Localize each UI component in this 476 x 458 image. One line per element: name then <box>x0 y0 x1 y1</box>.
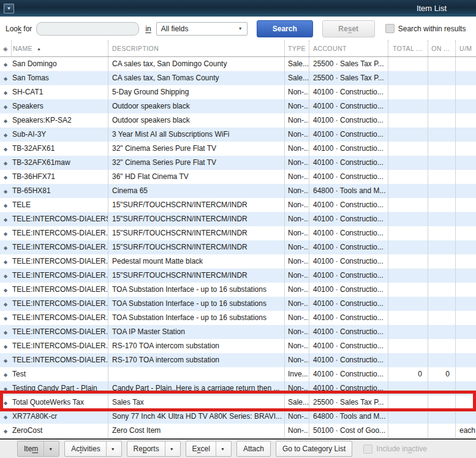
search-within-results-checkbox[interactable] <box>385 24 395 33</box>
table-row[interactable]: ◆ TELE:INTERCOMS-DIALER... Pedestal moun… <box>0 254 476 269</box>
column-header-name[interactable]: NAME▲ <box>11 40 108 57</box>
cell-on <box>428 297 455 311</box>
cell-account: 40100 · Constructio... <box>309 381 388 395</box>
cell-name: TB-32AFX61maw <box>11 156 108 170</box>
table-row[interactable]: ◆ TELE:INTERCOMS-DIALER... RS-170 TOA in… <box>0 353 476 367</box>
diamond-icon: ◆ <box>4 316 7 321</box>
cell-name: SH-CAT1 <box>11 85 108 99</box>
cell-on <box>428 156 455 170</box>
diamond-icon: ◆ <box>4 104 7 110</box>
diamond-icon: ◆ <box>4 76 7 82</box>
cell-type: Non-... <box>284 424 309 438</box>
cell-account: 40100 · Constructio... <box>309 254 388 269</box>
cell-account: 40100 · Constructio... <box>309 170 388 184</box>
cell-total <box>388 212 428 226</box>
cell-description: 15"SURF/TOUCHSCRN/INTERCM/INDR <box>108 198 284 212</box>
column-header-um[interactable]: U/M <box>455 40 476 56</box>
cell-description: Zero Cost Item <box>108 424 284 438</box>
window-menu-icon[interactable]: ▼ <box>4 4 14 13</box>
table-row[interactable]: ◆ TB-32AFX61maw 32" Cinema Series Pure F… <box>0 156 476 170</box>
cell-name: TELE:INTERCOMS-DIALER... <box>11 353 108 367</box>
cell-type: Non-... <box>284 254 309 269</box>
column-header-description[interactable]: DESCRIPTION <box>108 40 284 56</box>
cell-on <box>428 254 455 269</box>
search-input[interactable] <box>36 22 139 36</box>
table-row[interactable]: ◆ SH-CAT1 5-Day Ground Shipping Non-... … <box>0 85 476 99</box>
activities-menu-button[interactable]: Activities ▼ <box>64 441 121 457</box>
cell-description: Sales Tax <box>108 395 284 410</box>
field-dropdown[interactable]: All fields ▼ <box>156 22 247 36</box>
table-body: ◆ San Domingo CA sales tax, San Domingo … <box>0 57 476 438</box>
bottom-toolbar: Item ▼ Activities ▼ Reports ▼ Excel ▼ At… <box>0 438 476 458</box>
chevron-down-icon[interactable]: ▼ <box>44 447 53 451</box>
item-menu-button[interactable]: Item ▼ <box>17 441 59 457</box>
table-row[interactable]: ◆ Testing Candy Part - Plain Candy Part … <box>0 381 476 395</box>
table-row[interactable]: ◆ San Tomas CA sales tax, San Tomas Coun… <box>0 71 476 85</box>
cell-type: Non-... <box>284 283 309 297</box>
table-row[interactable]: ◆ XR77A80K-cr Sony 77 Inch 4K Ultra HD T… <box>0 410 476 424</box>
diamond-icon: ◆ <box>4 259 7 265</box>
excel-menu-button[interactable]: Excel ▼ <box>186 441 232 457</box>
table-row[interactable]: ◆ TELE 15"SURF/TOUCHSCRN/INTERCM/INDR No… <box>0 198 476 212</box>
table-row[interactable]: ◆ Speakers:KP-SA2 Outdoor speakers black… <box>0 113 476 128</box>
diamond-header-icon[interactable]: ◈ <box>0 40 11 57</box>
cell-total: 0 <box>388 367 428 381</box>
table-row[interactable]: ◆ TELE:INTERCOMS-DIALER... RS-170 TOA in… <box>0 339 476 353</box>
table-row[interactable]: ◆ TELE:INTERCOMS-DIALER... TOA Substatio… <box>0 297 476 311</box>
table-row[interactable]: ◆ TELE:INTERCOMS-DIALER... 15"SURF/TOUCH… <box>0 269 476 283</box>
reports-menu-button[interactable]: Reports ▼ <box>127 441 181 457</box>
cell-account: 40100 · Constructio... <box>309 128 388 142</box>
cell-type: Sale... <box>284 57 309 71</box>
column-header-on[interactable]: ON ... <box>428 40 455 56</box>
column-header-total[interactable]: TOTAL ... <box>388 40 428 56</box>
cell-um <box>455 128 476 142</box>
cell-description: TOA Substation Interface - up to 16 subs… <box>108 311 284 325</box>
column-header-account[interactable]: ACCOUNT <box>309 40 388 56</box>
table-row[interactable]: ◆ TB-36HFX71 36" HD Flat Cinema TV Non-.… <box>0 170 476 184</box>
cell-um <box>455 353 476 367</box>
table-row[interactable]: ◆ TELE:INTERCOMS-DIALERS 15"SURF/TOUCHSC… <box>0 212 476 226</box>
cell-account: 40100 · Constructio... <box>309 113 388 128</box>
table-row[interactable]: ◆ TELE:INTERCOMS-DIALER... 15"SURF/TOUCH… <box>0 226 476 240</box>
cell-account: 40100 · Constructio... <box>309 367 388 381</box>
reset-button[interactable]: Reset <box>322 20 375 37</box>
cell-total <box>388 85 428 99</box>
cell-description: RS-170 TOA intercom substation <box>108 339 284 353</box>
table-row[interactable]: ◆ Test Inve... 40100 · Constructio... 0 … <box>0 367 476 381</box>
chevron-down-icon[interactable]: ▼ <box>107 447 115 451</box>
cell-name: TB-65HX81 <box>11 184 108 198</box>
table-row[interactable]: ◆ Speakers Outdoor speakers black Non-..… <box>0 99 476 113</box>
chevron-down-icon[interactable]: ▼ <box>165 447 174 451</box>
cell-total <box>388 269 428 283</box>
cell-name: ZeroCost <box>11 424 108 438</box>
table-row[interactable]: ◆ TELE:INTERCOMS-DIALER... TOA Substatio… <box>0 311 476 325</box>
diamond-icon: ◆ <box>4 175 7 180</box>
table-row[interactable]: ◆ ZeroCost Zero Cost Item Non-... 50100 … <box>0 424 476 438</box>
table-row[interactable]: ◆ San Domingo CA sales tax, San Domingo … <box>0 57 476 71</box>
include-inactive-checkbox[interactable] <box>363 445 372 454</box>
table-row[interactable]: ◆ TELE:INTERCOMS-DIALER... TOA Substatio… <box>0 283 476 297</box>
table-row[interactable]: ◆ TB-65HX81 Cinema 65 Non-... 64800 · To… <box>0 184 476 198</box>
table-row[interactable]: ◆ TELE:INTERCOMS-DIALER... 15"SURF/TOUCH… <box>0 240 476 254</box>
cell-name: TELE:INTERCOMS-DIALER... <box>11 283 108 297</box>
search-button[interactable]: Search <box>257 20 313 37</box>
cell-um <box>455 311 476 325</box>
cell-name: TB-36HFX71 <box>11 170 108 184</box>
cell-account: 40100 · Constructio... <box>309 85 388 99</box>
table-row[interactable]: ◆ TB-32AFX61 32" Cinema Series Pure Flat… <box>0 142 476 156</box>
cell-type: Non-... <box>284 85 309 99</box>
table-row[interactable]: ◆ TELE:INTERCOMS-DIALER... TOA IP Master… <box>0 325 476 339</box>
attach-button[interactable]: Attach <box>236 441 271 457</box>
cell-total <box>388 395 428 410</box>
chevron-down-icon[interactable]: ▼ <box>216 447 225 451</box>
go-to-category-list-button[interactable]: Go to Category List <box>276 441 352 457</box>
diamond-icon: ◆ <box>4 429 7 434</box>
cell-account: 40100 · Constructio... <box>309 212 388 226</box>
cell-um <box>455 142 476 156</box>
cell-um <box>455 283 476 297</box>
cell-type: Non-... <box>284 381 309 395</box>
cell-on <box>428 113 455 128</box>
table-row[interactable]: ◆ Total QuoteWerks Tax Sales Tax Sale...… <box>0 395 476 410</box>
table-row[interactable]: ◆ Sub-AI-3Y 3 Year Mist AI all Subscript… <box>0 128 476 142</box>
column-header-type[interactable]: TYPE <box>284 40 309 56</box>
